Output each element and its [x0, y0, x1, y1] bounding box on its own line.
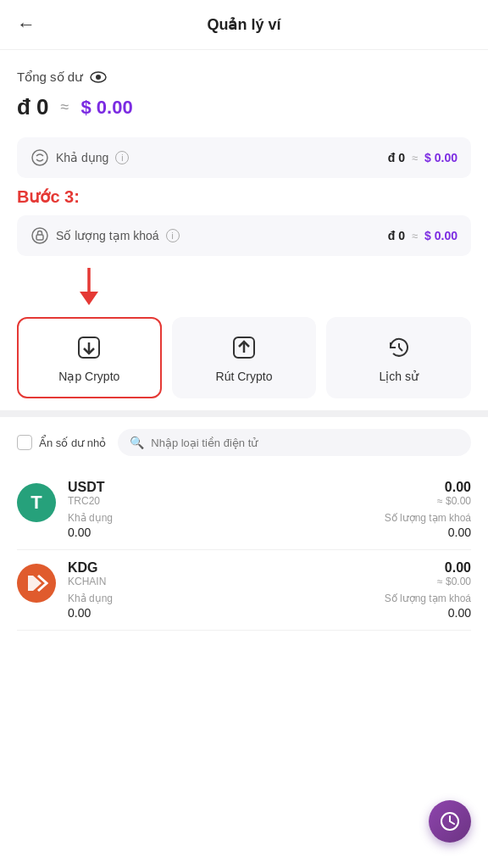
locked-approx: ≈ [412, 230, 418, 242]
nap-crypto-label: Nạp Crypto [58, 370, 119, 383]
lich-su-label: Lịch sử [379, 370, 418, 383]
rut-crypto-button[interactable]: Rút Crypto [172, 317, 317, 398]
svg-point-3 [32, 228, 47, 243]
step-label: Bước 3: [17, 186, 471, 207]
usdt-info: USDT TRC20 0.00 ≈ $0.00 Khả dụng 0.00 Số… [68, 480, 471, 539]
kdg-balance: 0.00 [437, 560, 471, 576]
kdg-details: Khả dụng 0.00 Số lượng tạm khoá 0.00 [68, 593, 471, 620]
svg-rect-4 [36, 235, 43, 240]
usdt-name: USDT [68, 480, 105, 495]
hide-small-balance[interactable]: Ẩn số dư nhỏ [17, 435, 106, 450]
available-approx: ≈ [412, 152, 418, 164]
svg-line-12 [399, 348, 402, 351]
rut-crypto-icon [229, 332, 259, 363]
usdt-usd: ≈ $0.00 [437, 495, 471, 507]
filter-row: Ẩn số dư nhỏ 🔍 [0, 429, 488, 456]
kdg-chain: KCHAIN [68, 576, 106, 587]
svg-marker-6 [80, 292, 98, 305]
kdg-usd: ≈ $0.00 [437, 576, 471, 587]
action-buttons: Nạp Crypto Rút Crypto Lịch sử [0, 310, 488, 410]
back-button[interactable]: ← [17, 14, 36, 36]
search-icon: 🔍 [130, 436, 144, 449]
kdg-name: KDG [68, 560, 106, 576]
kdg-available: Khả dụng 0.00 [68, 593, 113, 620]
available-info-icon[interactable]: i [115, 151, 129, 164]
usdt-avatar: T [17, 483, 56, 522]
svg-point-1 [96, 75, 101, 80]
locked-icon [30, 226, 49, 245]
lich-su-icon [384, 332, 414, 363]
usdt-details: Khả dụng 0.00 Số lượng tạm khoá 0.00 [68, 512, 471, 539]
available-card: Khả dụng i đ 0 ≈ $ 0.00 [17, 137, 471, 178]
available-card-left: Khả dụng i [30, 148, 129, 167]
usdt-locked: Số lượng tạm khoá 0.00 [385, 512, 471, 539]
rut-crypto-label: Rút Crypto [216, 370, 273, 383]
coin-list: T USDT TRC20 0.00 ≈ $0.00 Khả dụng 0.00 … [0, 470, 488, 631]
info-cards: Khả dụng i đ 0 ≈ $ 0.00 Bước 3: Số lượng… [0, 129, 488, 264]
step-arrow [0, 264, 488, 307]
search-wrapper[interactable]: 🔍 [118, 429, 471, 456]
balance-vnd: đ 0 [17, 94, 49, 120]
usdt-name-row: USDT TRC20 0.00 ≈ $0.00 [68, 480, 471, 507]
lich-su-button[interactable]: Lịch sử [326, 317, 471, 398]
section-divider [0, 410, 488, 417]
page-title: Quản lý ví [207, 15, 280, 34]
balance-row: đ 0 ≈ $ 0.00 [17, 94, 471, 120]
hide-small-label: Ẩn số dư nhỏ [39, 437, 106, 449]
balance-approx: ≈ [61, 98, 69, 116]
locked-vnd: đ 0 [388, 229, 405, 242]
kdg-info: KDG KCHAIN 0.00 ≈ $0.00 Khả dụng 0.00 Số… [68, 560, 471, 620]
locked-info-icon[interactable]: i [166, 229, 180, 242]
nap-crypto-button[interactable]: Nạp Crypto [17, 317, 162, 398]
eye-icon[interactable] [90, 69, 107, 86]
available-card-right: đ 0 ≈ $ 0.00 [388, 151, 458, 164]
available-vnd: đ 0 [388, 151, 405, 164]
usdt-chain: TRC20 [68, 495, 105, 507]
kdg-name-row: KDG KCHAIN 0.00 ≈ $0.00 [68, 560, 471, 587]
kdg-locked: Số lượng tạm khoá 0.00 [385, 593, 471, 620]
coin-item-usdt[interactable]: T USDT TRC20 0.00 ≈ $0.00 Khả dụng 0.00 … [17, 470, 471, 550]
nap-crypto-icon [74, 332, 104, 363]
balance-usd: $ 0.00 [80, 97, 132, 119]
available-label: Khả dụng [56, 151, 108, 164]
usdt-balance: 0.00 [437, 480, 471, 495]
locked-usd: $ 0.00 [424, 229, 458, 242]
available-usd: $ 0.00 [424, 151, 458, 164]
locked-card: Số lượng tạm khoá i đ 0 ≈ $ 0.00 [17, 215, 471, 256]
locked-card-right: đ 0 ≈ $ 0.00 [388, 229, 458, 242]
usdt-available: Khả dụng 0.00 [68, 512, 113, 539]
header: ← Quản lý ví [0, 0, 488, 50]
hide-small-checkbox[interactable] [17, 435, 32, 450]
kdg-avatar [17, 564, 56, 603]
locked-card-left: Số lượng tạm khoá i [30, 226, 180, 245]
svg-point-2 [32, 150, 47, 165]
balance-label: Tổng số dư [17, 69, 471, 86]
balance-section: Tổng số dư đ 0 ≈ $ 0.00 [0, 50, 488, 129]
locked-label: Số lượng tạm khoá [56, 229, 159, 242]
available-icon [30, 148, 49, 167]
search-input[interactable] [151, 437, 459, 449]
coin-item-kdg[interactable]: KDG KCHAIN 0.00 ≈ $0.00 Khả dụng 0.00 Số… [17, 550, 471, 631]
floating-action-button[interactable] [429, 800, 471, 843]
